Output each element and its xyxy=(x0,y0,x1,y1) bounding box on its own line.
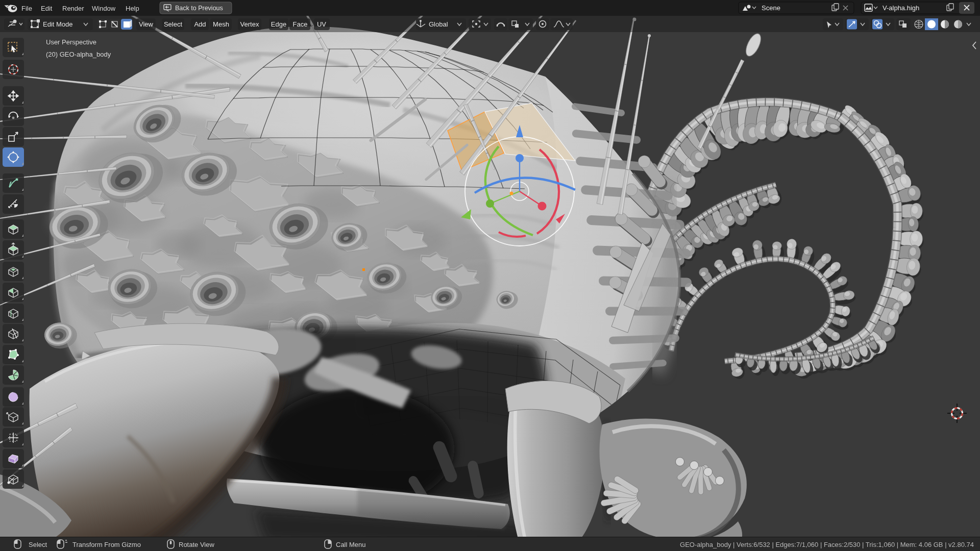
svg-text:Back to Previous: Back to Previous xyxy=(175,5,223,12)
svg-text:Face: Face xyxy=(293,20,308,28)
svg-text:Transform From Gizmo: Transform From Gizmo xyxy=(72,541,141,548)
svg-text:Render: Render xyxy=(62,5,84,12)
svg-text:Vertex: Vertex xyxy=(240,20,259,28)
svg-text:Edit: Edit xyxy=(41,5,53,12)
svg-text:Select: Select xyxy=(29,541,47,548)
svg-text:Help: Help xyxy=(126,5,139,12)
svg-text:View: View xyxy=(139,20,154,28)
svg-text:Rotate View: Rotate View xyxy=(179,541,214,548)
svg-text:Edit Mode: Edit Mode xyxy=(43,20,73,28)
svg-text:Global: Global xyxy=(429,20,448,28)
svg-text:(20) GEO-alpha_body: (20) GEO-alpha_body xyxy=(46,51,111,58)
svg-text:GEO-alpha_body | Verts:6/532 |: GEO-alpha_body | Verts:6/532 | Edges:7/1… xyxy=(680,541,974,548)
svg-text:User Perspective: User Perspective xyxy=(46,38,96,46)
svg-text:UV: UV xyxy=(317,20,326,28)
svg-text:Select: Select xyxy=(164,20,183,28)
svg-text:Add: Add xyxy=(194,20,206,28)
svg-text:Call Menu: Call Menu xyxy=(336,541,366,548)
svg-text:Mesh: Mesh xyxy=(213,20,229,28)
svg-text:Scene: Scene xyxy=(762,4,780,12)
svg-text:Edge: Edge xyxy=(271,20,286,28)
svg-text:V-alpha.high: V-alpha.high xyxy=(883,4,919,12)
svg-text:Window: Window xyxy=(92,5,116,12)
svg-text:File: File xyxy=(21,5,32,12)
